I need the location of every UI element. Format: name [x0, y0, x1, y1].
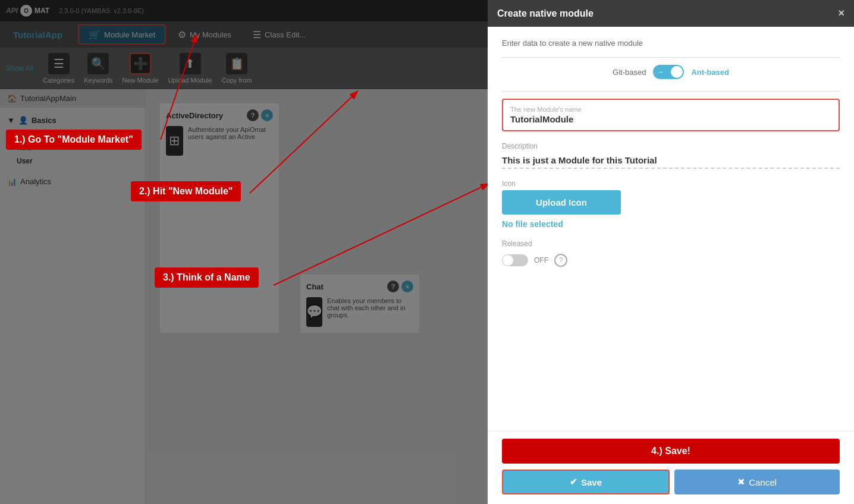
annotation-4: 4.) Save! [502, 439, 840, 464]
modal-panel: Create native module × Enter data to cre… [488, 0, 854, 504]
git-based-label: Git-based [613, 68, 646, 77]
modal-subtitle: Enter data to create a new native module [502, 39, 840, 48]
cancel-button[interactable]: ✖ Cancel [674, 470, 840, 494]
checkmark-icon: ✔ [570, 477, 577, 487]
released-toggle-knob [503, 255, 513, 266]
modal-body: Enter data to create a new native module… [488, 27, 854, 431]
module-name-field-label: The new Module's name [510, 106, 831, 113]
module-type-toggle[interactable]: → [653, 65, 684, 79]
modal-title: Create native module [497, 8, 594, 19]
module-name-group: The new Module's name TutorialModule [502, 99, 840, 131]
module-desc-value: This is just a Module for this Tutorial [502, 155, 840, 165]
ant-based-label: Ant-based [691, 68, 729, 77]
module-desc-group: Description This is just a Module for th… [502, 142, 840, 169]
upload-icon-button[interactable]: Upload Icon [502, 190, 621, 215]
save-button[interactable]: ✔ Save [502, 470, 670, 494]
module-type-toggle-row: Git-based → Ant-based [502, 65, 840, 79]
modal-close-button[interactable]: × [838, 7, 844, 20]
annotation-1: 1.) Go To "Module Market" [6, 130, 142, 150]
off-label: OFF [534, 256, 548, 264]
released-help-icon[interactable]: ? [554, 254, 567, 267]
x-icon: ✖ [737, 477, 745, 487]
modal-divider-top [502, 57, 840, 58]
modal-divider-mid [502, 91, 840, 92]
toggle-knob [671, 66, 683, 78]
annotation-3: 3.) Think of a Name [155, 267, 259, 288]
released-group: Released OFF ? [502, 240, 840, 267]
cancel-button-label: Cancel [749, 477, 777, 487]
module-icon-group: Icon Upload Icon No file selected [502, 179, 840, 229]
modal-overlay [0, 0, 488, 504]
app-area: API O MAT 2.3.0-0 (YAMBAS: v2.3.0-9E) Tu… [0, 0, 488, 504]
save-button-label: Save [581, 477, 602, 487]
annotation-2: 2.) Hit "New Module" [131, 181, 241, 201]
toggle-arrow-icon: → [657, 68, 664, 76]
module-icon-label: Icon [502, 179, 840, 188]
released-row: OFF ? [502, 254, 840, 267]
released-label: Released [502, 240, 840, 248]
module-name-value: TutorialModule [510, 114, 831, 124]
modal-header: Create native module × [488, 0, 854, 27]
module-name-field-box[interactable]: The new Module's name TutorialModule [502, 99, 840, 131]
released-toggle[interactable] [502, 254, 528, 266]
footer-buttons: ✔ Save ✖ Cancel [502, 470, 840, 494]
no-file-text: No file selected [502, 219, 840, 229]
modal-footer: 4.) Save! ✔ Save ✖ Cancel [488, 431, 854, 504]
module-desc-field[interactable]: This is just a Module for this Tutorial [502, 153, 840, 169]
module-desc-label: Description [502, 142, 840, 150]
